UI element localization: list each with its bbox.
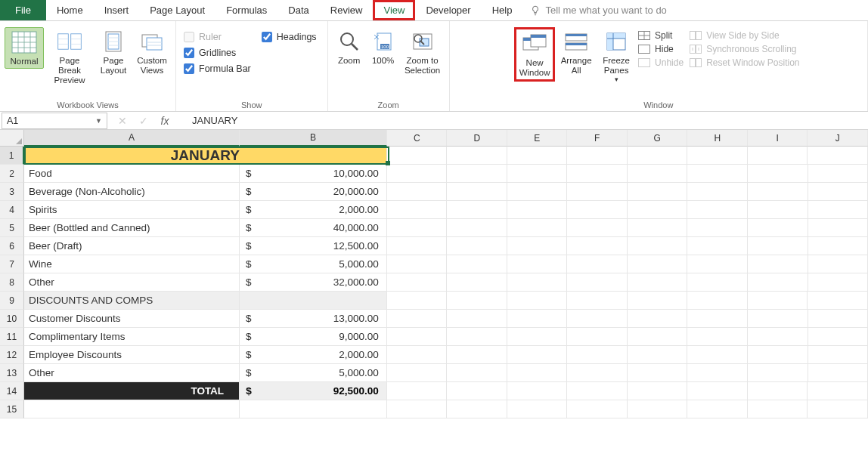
cell[interactable]: Spirits (24, 201, 240, 219)
cell[interactable] (687, 255, 748, 273)
new-window-button[interactable]: New Window (514, 27, 555, 82)
cell[interactable] (507, 364, 568, 382)
cell[interactable]: Food (24, 165, 240, 183)
headings-checkbox[interactable]: Headings (262, 32, 317, 42)
cell[interactable] (808, 273, 868, 292)
cell[interactable]: $12,500.00 (240, 237, 387, 255)
cell[interactable] (567, 382, 628, 400)
cell[interactable]: $10,000.00 (240, 165, 387, 183)
tab-formulas[interactable]: Formulas (215, 0, 277, 20)
zoom-100-button[interactable]: 100 100% (367, 27, 399, 67)
row-header-8[interactable]: 8 (0, 273, 24, 292)
cell[interactable] (687, 237, 748, 255)
row-header-4[interactable]: 4 (0, 201, 24, 219)
cell[interactable] (507, 201, 568, 219)
cell[interactable] (447, 147, 507, 165)
cell[interactable] (808, 237, 868, 255)
cell[interactable] (387, 364, 448, 382)
cell[interactable] (387, 201, 448, 219)
col-header-F[interactable]: F (567, 130, 628, 147)
cell[interactable] (687, 273, 748, 292)
cell[interactable] (24, 400, 240, 418)
cell[interactable] (507, 346, 568, 364)
cell[interactable] (628, 400, 688, 418)
row-header-5[interactable]: 5 (0, 219, 24, 237)
formula-bar-checkbox[interactable]: Formula Bar (184, 63, 251, 74)
cell[interactable]: Employee Discounts (24, 346, 240, 364)
cell[interactable] (748, 219, 808, 237)
cell[interactable] (628, 183, 688, 201)
cell[interactable]: Customer Discounts (24, 310, 240, 328)
cell[interactable] (240, 292, 387, 310)
cell[interactable] (687, 183, 748, 201)
cell[interactable] (387, 346, 448, 364)
cell[interactable] (748, 147, 808, 165)
cell[interactable] (507, 400, 568, 418)
cell[interactable] (808, 364, 868, 382)
cell[interactable] (748, 201, 808, 219)
tab-insert[interactable]: Insert (94, 0, 140, 20)
cell[interactable] (387, 292, 448, 310)
tab-view[interactable]: View (373, 0, 415, 20)
cell[interactable] (567, 201, 628, 219)
cell[interactable] (567, 310, 628, 328)
cell[interactable]: Wine (24, 255, 240, 273)
cell[interactable] (447, 310, 507, 328)
cell[interactable]: Beverage (Non-Alcoholic) (24, 183, 240, 201)
cell[interactable] (387, 165, 448, 183)
cell[interactable]: $2,000.00 (240, 346, 387, 364)
cell[interactable] (567, 147, 628, 165)
cell[interactable] (748, 310, 808, 328)
cell[interactable] (567, 255, 628, 273)
cell[interactable] (507, 382, 568, 400)
cell[interactable] (628, 292, 688, 310)
cell[interactable] (387, 237, 448, 255)
cell[interactable] (628, 382, 688, 400)
arrange-all-button[interactable]: Arrange All (556, 27, 596, 77)
cell[interactable] (507, 165, 568, 183)
cell[interactable] (507, 219, 568, 237)
cell[interactable] (567, 183, 628, 201)
row-header-11[interactable]: 11 (0, 328, 24, 346)
row-header-12[interactable]: 12 (0, 346, 24, 364)
cell[interactable]: $5,000.00 (240, 255, 387, 273)
cell[interactable]: $5,000.00 (240, 364, 387, 382)
tab-review[interactable]: Review (320, 0, 374, 20)
cell[interactable] (387, 310, 448, 328)
cell[interactable] (748, 183, 808, 201)
cell[interactable] (447, 165, 507, 183)
row-header-1[interactable]: 1 (0, 147, 24, 165)
cell[interactable] (628, 255, 688, 273)
cell[interactable] (808, 201, 868, 219)
cell[interactable] (447, 346, 507, 364)
cell[interactable]: Other (24, 273, 240, 292)
cell[interactable] (748, 328, 808, 346)
row-header-10[interactable]: 10 (0, 310, 24, 328)
cell[interactable] (507, 310, 568, 328)
cell[interactable] (447, 400, 507, 418)
col-header-C[interactable]: C (387, 130, 448, 147)
cell[interactable] (808, 400, 868, 418)
cells[interactable]: JANUARYFood$10,000.00Beverage (Non-Alcoh… (24, 147, 868, 418)
cell[interactable]: $40,000.00 (240, 219, 387, 237)
cell[interactable] (447, 382, 507, 400)
cell[interactable] (507, 147, 568, 165)
cell[interactable] (808, 255, 868, 273)
cell[interactable] (687, 219, 748, 237)
col-header-D[interactable]: D (447, 130, 507, 147)
cell[interactable] (748, 364, 808, 382)
cell[interactable] (567, 328, 628, 346)
tab-file[interactable]: File (0, 0, 46, 20)
tell-me[interactable]: Tell me what you want to do (522, 0, 666, 20)
col-header-I[interactable]: I (748, 130, 808, 147)
chevron-down-icon[interactable]: ▼ (95, 117, 102, 125)
normal-view-button[interactable]: Normal (5, 27, 44, 69)
cell[interactable] (748, 292, 808, 310)
cell[interactable] (507, 183, 568, 201)
cell[interactable] (687, 292, 748, 310)
tab-page-layout[interactable]: Page Layout (139, 0, 215, 20)
cell[interactable] (567, 346, 628, 364)
hide-button[interactable]: Hide (638, 44, 684, 54)
cell[interactable]: $20,000.00 (240, 183, 387, 201)
cell[interactable] (387, 183, 448, 201)
